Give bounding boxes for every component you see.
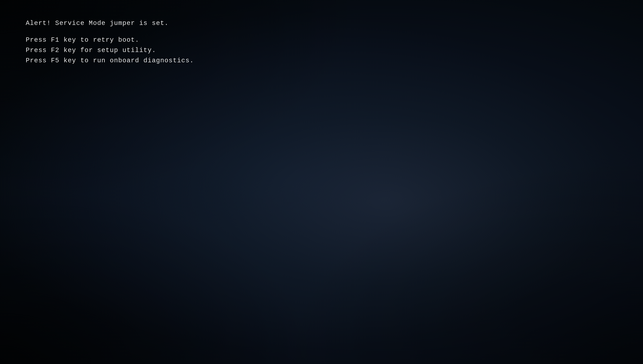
alert-message: Alert! Service Mode jumper is set. (26, 18, 624, 28)
f5-instruction: Press F5 key to run onboard diagnostics. (26, 56, 624, 66)
bios-screen: Alert! Service Mode jumper is set. Press… (0, 0, 643, 364)
f1-instruction: Press F1 key to retry boot. (26, 35, 624, 45)
spacer (26, 34, 624, 35)
terminal-content: Alert! Service Mode jumper is set. Press… (19, 11, 623, 66)
f2-instruction: Press F2 key for setup utility. (26, 45, 624, 56)
